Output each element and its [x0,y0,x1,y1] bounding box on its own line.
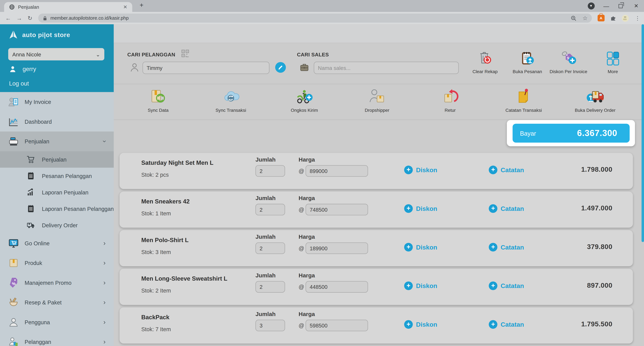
diskon-button[interactable]: + Diskon [404,320,437,329]
sidebar-item-penjualan[interactable]: Penjualan› [0,131,114,151]
line-total: 1.795.500 [581,320,612,328]
retur-button[interactable]: Retur [426,88,475,113]
price-input[interactable] [306,281,368,292]
cart-row: Men Sneakers 42 Stok: 1 Item Jumlah Harg… [120,192,633,228]
sync-data-button[interactable]: Sync Data [134,88,183,113]
chevron-down-icon: › [101,140,108,143]
report-icon [26,188,35,197]
catatan-button[interactable]: + Catatan [489,204,524,213]
sidebar-item-pengguna[interactable]: Pengguna› [0,312,114,332]
jumlah-label: Jumlah [256,195,276,201]
qty-input[interactable] [256,204,285,215]
browser-tab[interactable]: Penjualan ✕ [4,2,132,12]
quick-action-caption: Dropshipper [365,108,389,113]
lock-icon [42,16,48,21]
sidebar-item-penjualan[interactable]: Penjualan [0,151,114,168]
store-select[interactable]: Anna Nicole ⌄ [8,48,104,60]
line-total: 1.798.000 [581,166,612,173]
sidebar-item-manajemen-promo[interactable]: Manajemen Promo› [0,273,114,292]
media-controls-button[interactable]: ▼ [585,0,597,12]
product-name: Men Sneakers 42 [141,198,190,205]
sidebar-item-produk[interactable]: Produk› [0,253,114,273]
catatan-button[interactable]: + Catatan [489,166,524,174]
sidebar-item-my-invoice[interactable]: My Invoice [0,92,114,112]
diskon-button[interactable]: + Diskon [404,281,437,290]
content-top-strip [114,24,644,43]
logout-link[interactable]: Log out [9,80,29,87]
catatan-button[interactable]: + Catatan [489,281,524,290]
jumlah-label: Jumlah [256,272,276,279]
action-caption: Diskon Per Invoice [550,69,587,74]
qty-input[interactable] [256,242,285,254]
dropshipper-icon [367,88,387,105]
bookmark-star-icon[interactable]: ☆ [582,15,588,22]
sidebar-item-delivery-order[interactable]: Delivery Order [0,217,114,233]
chevron-right-icon: › [103,240,106,247]
extension-bag-icon[interactable]: A [598,15,604,22]
price-input[interactable] [306,242,368,254]
bayar-button[interactable]: Bayar 6.367.300 [513,124,630,143]
sidebar-item-pelanggan[interactable]: Pelanggan› [0,332,114,346]
sync-transaksi-button[interactable]: Sync Transaksi [206,88,256,113]
diskon-per-invoice-button[interactable]: Diskon Per Invoice [549,50,588,74]
buka-delivery-order-button[interactable]: Buka Delivery Order [570,88,620,113]
window-minimize-button[interactable]: — [600,0,612,12]
tag-icon [8,277,19,288]
extensions-puzzle-icon[interactable] [610,15,616,22]
customer-search-input[interactable] [142,62,269,74]
back-icon[interactable]: ← [5,15,11,22]
sidebar-item-laporan-penjualan[interactable]: Laporan Penjualan [0,184,114,201]
price-input[interactable] [306,165,368,177]
diskon-button[interactable]: + Diskon [404,243,437,252]
reload-icon[interactable]: ↻ [28,15,32,22]
window-restore-button[interactable] [614,0,627,12]
sidebar-item-laporan-pesanan-pelanggan[interactable]: Laporan Pesanan Pelanggan [0,201,114,217]
qr-scan-icon[interactable] [181,49,190,58]
sales-briefcase-icon [300,63,309,72]
diskon-label: Diskon [416,244,437,251]
profile-avatar[interactable] [622,15,629,22]
cari-sales-label: CARI SALES [297,52,329,58]
edit-customer-button[interactable] [275,62,286,73]
buka-pesanan-button[interactable]: Buka Pesanan [508,50,547,74]
sidebar-item-go-online[interactable]: Go Online› [0,233,114,253]
notepad-icon [26,171,35,180]
qty-input[interactable] [256,281,285,292]
catatan-button[interactable]: + Catatan [489,243,524,252]
product-stock: Stok: 7 Item [141,326,171,332]
sidebar-item-dashboard[interactable]: Dashboard [0,112,114,131]
plus-icon: + [404,243,413,252]
window-close-button[interactable]: ✕ [630,0,642,12]
retur-icon [440,88,460,105]
forward-icon[interactable]: → [16,15,22,22]
sidebar-item-pesanan-pelanggan[interactable]: Pesanan Pelanggan [0,168,114,184]
sales-search-input[interactable] [314,62,459,74]
address-bar[interactable]: member.autopilotstore.co.id/kasir.php ☆ [38,14,592,23]
catatan-button[interactable]: + Catatan [489,320,524,329]
sidebar-item-resep-paket[interactable]: Resep & Paket› [0,292,114,312]
new-tab-button[interactable]: + [140,2,144,9]
sidebar-item-label: Resep & Paket [25,299,62,305]
plus-icon: + [404,166,413,174]
qty-input[interactable] [256,320,285,331]
dropshipper-button[interactable]: Dropshipper [352,88,402,113]
diskon-button[interactable]: + Diskon [404,166,437,174]
tab-close-icon[interactable]: ✕ [123,4,127,10]
action-caption: More [608,69,618,74]
price-input[interactable] [306,320,368,331]
zoom-icon[interactable] [570,15,577,21]
diskon-button[interactable]: + Diskon [404,204,437,213]
clear-rekap-button[interactable]: Clear Rekap [465,50,505,74]
browser-menu-icon[interactable]: ⋮ [635,15,640,21]
ongkos-kirim-button[interactable]: Ongkos Kirim [280,88,329,113]
qty-input[interactable] [256,165,285,177]
plus-icon: + [489,166,498,174]
price-input[interactable] [306,204,368,215]
sidebar: auto pi|ot store Anna Nicole ⌄ gerry Log… [0,24,114,346]
jumlah-label: Jumlah [256,156,276,163]
sidebar-item-label: Pengguna [25,319,50,325]
catatan-transaksi-button[interactable]: Catatan Transaksi [499,88,548,113]
chevron-right-icon: › [103,299,106,306]
page-scrollbar[interactable] [642,24,644,242]
more-button[interactable]: More [593,50,632,74]
